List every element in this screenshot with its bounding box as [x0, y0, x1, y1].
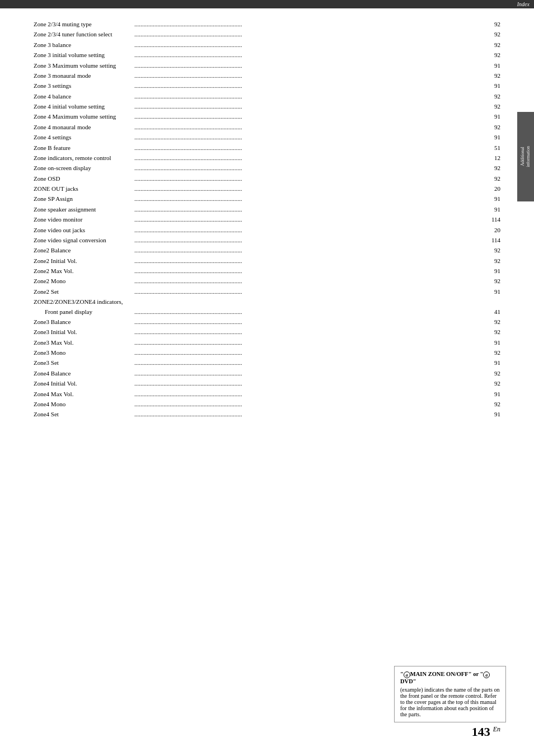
entry-label: ZONE2/ZONE3/ZONE4 indicators,: [34, 297, 134, 307]
entry-page: 92: [486, 174, 500, 184]
entry-label: Zone OSD: [34, 174, 134, 184]
entry-dots: ........................................…: [134, 317, 486, 327]
entry-dots: ........................................…: [134, 40, 486, 50]
entry-page: 92: [486, 369, 500, 378]
entry-dots: ........................................…: [134, 92, 486, 102]
index-entry: Zone4 Mono .............................…: [34, 400, 500, 410]
entry-label: Zone3 Mono: [34, 348, 134, 358]
entry-dots: ........................................…: [134, 348, 486, 358]
index-entry: Zone on-screen display .................…: [34, 163, 500, 173]
entry-page: 92: [486, 20, 500, 29]
index-entry: Zone3 Max Vol. .........................…: [34, 338, 500, 348]
entry-dots: ........................................…: [134, 358, 486, 368]
index-entry: Zone 4 balance .........................…: [34, 92, 500, 102]
entry-page: 92: [486, 163, 500, 173]
entry-page: 92: [486, 276, 500, 286]
right-sidebar: Additionalinformation: [517, 112, 534, 201]
index-entry: Zone 2/3/4 tuner function select .......…: [34, 30, 500, 40]
entry-label: Zone SP Assign: [34, 194, 134, 204]
entry-dots: ........................................…: [134, 215, 486, 225]
entry-label: Zone 3 initial volume setting: [34, 50, 134, 60]
entry-page: 92: [486, 123, 500, 132]
index-entry: Zone speaker assignment ................…: [34, 205, 500, 215]
index-entry: Zone indicators, remote control ........…: [34, 153, 500, 163]
entry-dots: ........................................…: [134, 266, 486, 276]
entry-label: Zone 4 monaural mode: [34, 123, 134, 132]
entry-label: Zone4 Initial Vol.: [34, 379, 134, 388]
index-entry: Zone4 Max Vol. .........................…: [34, 389, 500, 400]
index-entry: Zone 2/3/4 muting type .................…: [34, 20, 500, 30]
header-bar: Index: [0, 0, 534, 8]
circle-icon-1: a: [404, 672, 410, 678]
entry-dots: ........................................…: [134, 71, 486, 81]
entry-page: 92: [486, 92, 500, 101]
entry-dots: ........................................…: [134, 226, 486, 236]
entry-page: 12: [486, 153, 500, 163]
page-suffix: En: [493, 725, 500, 733]
entry-label: Zone video out jacks: [34, 226, 134, 235]
entry-dots: ........................................…: [134, 276, 486, 287]
index-entry: Zone SP Assign .........................…: [34, 194, 500, 204]
index-entry: Zone 3 initial volume setting ..........…: [34, 50, 500, 60]
entry-label: ZONE OUT jacks: [34, 184, 134, 194]
index-entry: Zone3 Balance ..........................…: [34, 317, 500, 327]
entry-label: Front panel display: [34, 307, 134, 317]
main-content: Zone 2/3/4 muting type .................…: [0, 8, 534, 431]
index-entry: Zone3 Initial Vol. .....................…: [34, 327, 500, 337]
note-box: "aMAIN ZONE ON/OFF" or "a DVD" (example)…: [394, 666, 506, 722]
entry-page: 92: [486, 400, 500, 409]
entry-label: Zone 4 settings: [34, 133, 134, 142]
entry-page: 92: [486, 40, 500, 50]
entry-page: 92: [486, 256, 500, 266]
index-entry: Zone2 Max Vol. .........................…: [34, 266, 500, 276]
entry-dots: ........................................…: [134, 20, 486, 30]
entry-label: Zone 4 balance: [34, 92, 134, 101]
index-entry: Zone video monitor .....................…: [34, 215, 500, 225]
index-entry: Zone4 Initial Vol. .....................…: [34, 379, 500, 389]
entry-label: Zone 3 Maximum volume setting: [34, 61, 134, 71]
entry-dots: ........................................…: [134, 369, 486, 379]
entry-label: Zone4 Max Vol.: [34, 389, 134, 399]
entry-page: 92: [486, 317, 500, 327]
index-entry: Zone3 Mono .............................…: [34, 348, 500, 358]
sidebar-text: Additionalinformation: [520, 146, 532, 167]
entry-label: Zone2 Set: [34, 287, 134, 297]
entry-dots: ........................................…: [134, 236, 486, 246]
entry-dots: ........................................…: [134, 379, 486, 389]
entry-dots: ........................................…: [134, 205, 486, 215]
page-footer: 143 En: [0, 725, 534, 739]
index-entry: ZONE2/ZONE3/ZONE4 indicators,: [34, 297, 500, 307]
entry-page: 114: [486, 236, 500, 245]
entry-page: 92: [486, 71, 500, 81]
index-entry: Zone 4 settings ........................…: [34, 133, 500, 143]
index-entry: Zone 3 balance .........................…: [34, 40, 500, 50]
index-entry: Zone 4 initial volume setting ..........…: [34, 102, 500, 112]
entry-label: Zone on-screen display: [34, 163, 134, 173]
index-entry: Zone4 Balance ..........................…: [34, 369, 500, 379]
entry-page: 91: [486, 205, 500, 214]
entry-label: Zone speaker assignment: [34, 205, 134, 214]
entry-dots: ........................................…: [134, 389, 486, 400]
index-entry: Zone OSD ...............................…: [34, 174, 500, 184]
index-entry: Zone 3 Maximum volume setting ..........…: [34, 61, 500, 71]
entry-label: Zone 2/3/4 muting type: [34, 20, 134, 29]
index-entry: Zone2 Balance ..........................…: [34, 246, 500, 256]
entry-page: 92: [486, 348, 500, 358]
entry-label: Zone3 Max Vol.: [34, 338, 134, 348]
index-entry: Zone 4 monaural mode ...................…: [34, 123, 500, 133]
note-body: (example) indicates the name of the part…: [400, 687, 500, 717]
entry-page: 91: [486, 287, 500, 297]
index-entry: Zone 3 monaural mode ...................…: [34, 71, 500, 81]
entry-label: Zone2 Mono: [34, 276, 134, 286]
entry-label: Zone 4 Maximum volume setting: [34, 112, 134, 121]
entry-dots: ........................................…: [134, 194, 486, 204]
index-entry: ZONE OUT jacks .........................…: [34, 184, 500, 194]
entry-label: Zone 3 balance: [34, 40, 134, 50]
entry-dots: ........................................…: [134, 327, 486, 337]
entry-dots: ........................................…: [134, 256, 486, 266]
entry-label: Zone 3 settings: [34, 81, 134, 91]
entry-dots: ........................................…: [134, 163, 486, 173]
entry-label: Zone 2/3/4 tuner function select: [34, 30, 134, 39]
entry-dots: ........................................…: [134, 143, 486, 153]
entry-page: 20: [486, 184, 500, 194]
